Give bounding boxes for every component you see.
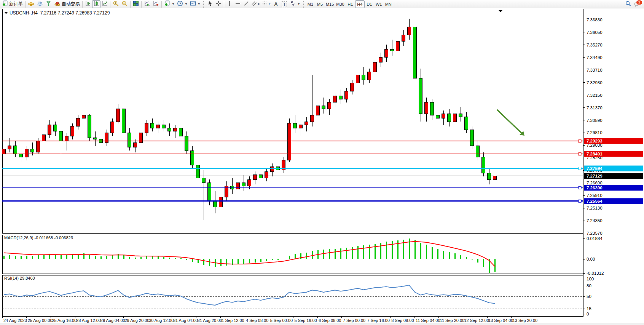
chart-canvas[interactable]: 7.368307.360507.352707.344907.337107.329… [0,0,644,325]
rsi-axis-label: 15 [587,306,591,311]
zoom-in-button[interactable] [112,0,120,8]
candle-body [168,128,171,131]
market-button[interactable] [27,0,35,8]
price-axis-label: 7.35270 [587,43,603,47]
timeframe-bar: M1M5M15M30H1H4D1W1MN [306,0,393,8]
level-line-handle[interactable] [579,153,581,155]
candle-body [82,115,86,118]
macd-axis-label: -0.01312 [587,271,604,275]
indicators-button[interactable]: ▼ [163,0,176,8]
time-axis-label: 7 Sep 16:00 [367,318,390,323]
search-button[interactable] [624,0,633,8]
footer-strip [0,323,644,325]
candle-body [465,117,468,130]
auto-scroll-button[interactable] [143,0,151,8]
indicators-icon [164,0,170,8]
candle-body [339,96,343,99]
timeframe-button-M1[interactable]: M1 [306,0,315,8]
toolbar: 新订单 自动交易 [0,0,644,8]
price-tag-label: 7.27594 [587,166,603,171]
cursor-button[interactable] [206,0,214,8]
new-order-label: 新订单 [9,1,23,7]
timeframe-button-H1[interactable]: H1 [346,0,355,8]
time-axis-label: 24 Aug 2023 [3,318,27,323]
timeframe-button-M5[interactable]: M5 [315,0,325,8]
toolbar-drag-handle[interactable] [203,1,205,8]
line-chart-button[interactable] [100,0,109,8]
price-tag-label: 7.29293 [587,139,603,143]
time-axis-label: 11 Sep 04:00 [416,318,440,323]
time-axis-label: 13 Sep 20:00 [513,318,537,323]
candle-body [191,150,194,165]
candle-chart-button[interactable] [92,0,100,8]
candle-body [345,91,348,99]
new-order-icon [2,0,8,8]
level-line-handle[interactable] [579,167,581,170]
crosshair-button[interactable] [214,0,223,8]
symbol-dropdown-icon[interactable] [5,12,8,14]
channel-glyph: E [258,2,260,6]
price-axis-label: 7.30590 [587,118,603,123]
timeframe-button-D1[interactable]: D1 [365,0,374,8]
time-axis-label: 1 Sep 12:00 [222,318,244,323]
templates-button[interactable]: ▼ [189,0,202,8]
candle-body [65,136,69,141]
candle-body [396,41,400,51]
auto-scroll-icon [144,0,150,8]
bar-chart-button[interactable] [84,0,92,8]
level-line-handle[interactable] [579,140,581,142]
time-axis-label: 31 Aug 20:00 [198,318,222,323]
candle-body [174,128,177,131]
bar-chart-icon [85,0,91,8]
zoom-out-button[interactable] [120,0,129,8]
arrows-icon [290,0,296,8]
level-line-handle[interactable] [579,186,581,189]
candle-body [442,114,445,118]
time-axis-label: 25 Aug 16:00 [52,318,77,323]
signals-button[interactable] [44,0,53,8]
search-icon [625,0,631,8]
separator [224,1,224,8]
text-button[interactable]: A [272,0,280,8]
periods-button[interactable]: ▼ [176,0,189,8]
channel-button[interactable]: E [250,0,261,8]
fibonacci-button[interactable]: F [261,0,272,8]
new-order-button[interactable]: 新订单 [1,0,24,8]
candle-body [436,115,440,118]
candle-body [373,62,377,72]
timeframe-button-M15[interactable]: M15 [325,0,335,8]
vertical-line-button[interactable] [225,0,234,8]
timeframe-button-W1[interactable]: W1 [374,0,384,8]
timeframe-button-M30[interactable]: M30 [335,0,345,8]
crosshair-icon [215,0,222,8]
trendline-button[interactable] [242,0,250,8]
candle-body [311,115,314,122]
level-line-handle[interactable] [579,200,581,202]
shapes-button[interactable]: ▼ [289,0,301,8]
candle-body [185,136,188,150]
tile-windows-button[interactable] [132,0,140,8]
community-button[interactable] [35,0,44,8]
time-axis-label: 30 Aug 12:00 [149,318,174,323]
candle-body [253,175,257,180]
chart-title: USDCNH-,H4 7.27116 7.27249 7.26983 7.271… [5,10,110,16]
price-axis-label: 7.32150 [587,93,603,98]
candle-body [425,102,428,114]
notifications-button[interactable]: 1 [633,0,642,8]
label-button[interactable]: T [280,0,289,8]
horizontal-line-button[interactable] [234,0,242,8]
candle-body [322,106,325,109]
toolbar-drag-handle[interactable] [303,1,304,8]
channel-icon [252,0,257,8]
candle-body [116,109,120,122]
chevron-down-icon: ▼ [198,2,201,6]
time-axis-label: 29 Aug 20:00 [125,318,150,323]
price-tag-label: 7.27129 [587,174,603,178]
fibonacci-glyph: F [269,2,271,6]
timeframe-button-MN[interactable]: MN [384,0,393,8]
autotrading-button[interactable]: 自动交易 [53,0,81,8]
timeframe-button-H4[interactable]: H4 [355,0,365,8]
separator [25,1,26,8]
chart-shift-button[interactable] [151,0,160,8]
rsi-axis-label: 50 [587,294,591,299]
